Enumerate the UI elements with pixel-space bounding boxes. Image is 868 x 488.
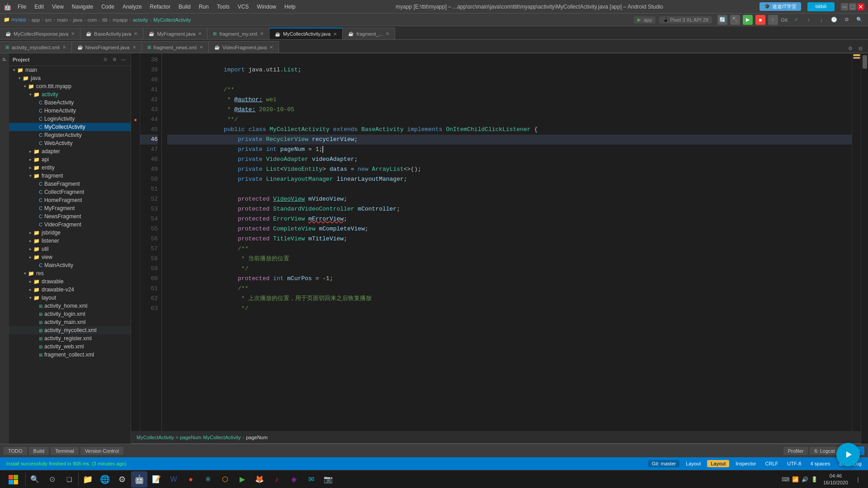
tab-baseactivity[interactable]: ☕ BaseActivity.java ✕ bbox=[80, 28, 143, 39]
minimize-button[interactable]: ─ bbox=[841, 3, 848, 10]
tab-myfragment[interactable]: ☕ MyFragment.java ✕ bbox=[143, 28, 208, 39]
menu-tools[interactable]: Tools bbox=[213, 2, 233, 12]
device-selector[interactable]: 📱 Pixel 3 XL API 29 bbox=[659, 16, 712, 23]
tree-drawable[interactable]: ▸ 📁 drawable bbox=[9, 277, 131, 286]
code-editor[interactable]: import java.util.List; /** * @author: we… bbox=[162, 53, 852, 431]
menu-view[interactable]: View bbox=[48, 2, 67, 12]
taskbar-network-icon[interactable]: 📶 bbox=[792, 476, 799, 483]
tree-activity-home-xml[interactable]: ⊞ activity_home.xml bbox=[9, 302, 131, 310]
taskbar-app6[interactable]: ♪ bbox=[269, 471, 285, 488]
bc-mycollectactivity-class[interactable]: MyCollectActivity > pageNum bbox=[137, 435, 201, 440]
close-tab-mycollect[interactable]: ✕ bbox=[333, 32, 337, 37]
bc-src[interactable]: src bbox=[45, 17, 52, 23]
search-button[interactable]: 🔍 bbox=[854, 15, 864, 25]
taskbar-cortana[interactable]: ⊙ bbox=[44, 471, 60, 488]
close-tab-newsfragment[interactable]: ✕ bbox=[132, 45, 136, 50]
bc-main[interactable]: main bbox=[57, 17, 68, 23]
tree-api[interactable]: ▸ 📁 api bbox=[9, 155, 131, 164]
bc-java[interactable]: java bbox=[73, 17, 82, 23]
maximize-button[interactable]: □ bbox=[849, 3, 856, 10]
tree-fragment-collect-xml[interactable]: ⊞ fragment_collect.xml bbox=[9, 351, 131, 359]
tree-listener[interactable]: ▸ 📁 listener bbox=[9, 237, 131, 245]
menu-bar[interactable]: File Edit View Navigate Code Analyze Ref… bbox=[14, 2, 299, 12]
close-tab-fragment-news[interactable]: ✕ bbox=[199, 45, 203, 50]
taskbar-app9[interactable]: 📷 bbox=[320, 471, 336, 488]
tree-java[interactable]: ▾ 📁 java bbox=[9, 74, 131, 82]
taskbar-word[interactable]: W bbox=[165, 471, 182, 488]
taskbar-explorer[interactable]: 📁 bbox=[80, 471, 96, 488]
tree-videofragment-item[interactable]: C VideoFragment bbox=[9, 221, 131, 229]
git-icon[interactable]: ⑂ bbox=[768, 15, 778, 25]
hammer-button[interactable]: 🔨 bbox=[730, 15, 740, 25]
git-pull[interactable]: ↓ bbox=[816, 15, 826, 25]
tree-mycollectactivity[interactable]: C MyCollectActivity bbox=[9, 123, 131, 131]
terminal-tab[interactable]: Terminal bbox=[51, 447, 79, 455]
tree-homefragment[interactable]: C HomeFragment bbox=[9, 196, 131, 204]
taskbar-sys-icons[interactable]: ⌨ 📶 🔊 🔋 bbox=[782, 476, 818, 483]
tree-collectfragment[interactable]: C CollectFragment bbox=[9, 188, 131, 196]
tree-util[interactable]: ▸ 📁 util bbox=[9, 245, 131, 253]
bc-mycollect[interactable]: MyCollectActivity bbox=[153, 17, 191, 23]
menu-navigate[interactable]: Navigate bbox=[68, 2, 97, 12]
tree-basefragment[interactable]: C BaseFragment bbox=[9, 180, 131, 188]
sidebar-minimize-icon[interactable]: — bbox=[120, 56, 127, 63]
sidebar-scope-icon[interactable]: ⊙ bbox=[102, 56, 109, 63]
run-config[interactable]: ▶ app bbox=[634, 16, 656, 23]
tab-newsfragment[interactable]: ☕ NewsFragment.java ✕ bbox=[72, 41, 142, 53]
tab-activity-mycollect-xml[interactable]: ⊞ activity_mycollect.xml ✕ bbox=[0, 41, 72, 53]
tab-fragment-my-xml[interactable]: ⊞ fragment_my.xml ✕ bbox=[208, 28, 269, 39]
tree-res[interactable]: ▾ 📁 res bbox=[9, 269, 131, 277]
taskbar-app3[interactable]: ⬡ bbox=[217, 471, 233, 488]
tree-activity-mycollect-xml-sidebar[interactable]: ⊞ activity_mycollect.xml bbox=[9, 326, 131, 334]
bilibili-float-button[interactable] bbox=[836, 443, 860, 466]
bc-com[interactable]: com bbox=[88, 17, 97, 23]
taskbar-notepad[interactable]: 📝 bbox=[148, 471, 165, 488]
menu-vcs[interactable]: VCS bbox=[234, 2, 253, 12]
tree-fragment[interactable]: ▾ 📁 fragment bbox=[9, 172, 131, 180]
close-tab-activity-mycollect[interactable]: ✕ bbox=[62, 45, 66, 50]
profiler-tab[interactable]: Profiler bbox=[783, 447, 808, 455]
tab-fragment-extra[interactable]: ☕ fragment_... ✕ bbox=[343, 28, 395, 39]
tree-baseactivity[interactable]: C BaseActivity bbox=[9, 99, 131, 107]
bc-app[interactable]: app bbox=[32, 17, 40, 23]
tree-drawable-v24[interactable]: ▸ 📁 drawable-v24 bbox=[9, 286, 131, 294]
show-desktop-button[interactable]: | bbox=[854, 475, 863, 484]
tab-mycollectactivity[interactable]: ☕ MyCollectActivity.java ✕ bbox=[269, 28, 343, 39]
menu-code[interactable]: Code bbox=[98, 2, 118, 12]
layout-badge[interactable]: Layout bbox=[707, 460, 729, 467]
close-tab-mycollectresponse[interactable]: ✕ bbox=[71, 31, 75, 36]
git-check[interactable]: ✓ bbox=[791, 15, 801, 25]
taskbar-app2[interactable]: ⚛ bbox=[200, 471, 216, 488]
close-tab-videofragment[interactable]: ✕ bbox=[269, 45, 273, 50]
tree-activity-main-xml[interactable]: ⊞ activity_main.xml bbox=[9, 318, 131, 326]
tree-layout[interactable]: ▾ 📁 layout bbox=[9, 294, 131, 302]
start-button[interactable] bbox=[2, 471, 24, 488]
settings-button[interactable]: ⚙ bbox=[842, 15, 852, 25]
close-tab-myfragment[interactable]: ✕ bbox=[198, 31, 202, 36]
tree-adapter[interactable]: ▸ 📁 adapter bbox=[9, 147, 131, 155]
git-push[interactable]: ↑ bbox=[804, 15, 814, 25]
taskbar-app5[interactable]: 🦊 bbox=[251, 471, 268, 488]
taskbar-app4[interactable]: ▶ bbox=[234, 471, 250, 488]
tree-main[interactable]: ▾ 📁 main bbox=[9, 66, 131, 74]
taskbar-volume-icon[interactable]: 🔊 bbox=[802, 476, 808, 483]
taskbar-search[interactable]: 🔍 bbox=[27, 471, 43, 488]
encoding-status[interactable]: UTF-8 bbox=[784, 460, 804, 467]
layout-status[interactable]: Layout bbox=[683, 460, 703, 467]
bc-code-class[interactable]: MyCollectActivity bbox=[203, 435, 241, 440]
stop-button[interactable]: ■ bbox=[755, 15, 765, 25]
tree-myfragment-item[interactable]: C MyFragment bbox=[9, 204, 131, 212]
tree-activity-register-xml[interactable]: ⊞ activity_register.xml bbox=[9, 334, 131, 343]
menu-window[interactable]: Window bbox=[253, 2, 280, 12]
project-icon[interactable]: P bbox=[0, 55, 9, 63]
taskbar-app8[interactable]: ✉ bbox=[303, 471, 319, 488]
close-button[interactable]: ✕ bbox=[857, 3, 864, 10]
run-button[interactable]: ▶ bbox=[743, 15, 753, 25]
project-breadcrumb[interactable]: 📁 myapp bbox=[4, 17, 26, 23]
git-history[interactable]: 🕐 bbox=[829, 15, 839, 25]
tree-webactivity[interactable]: C WebActivity bbox=[9, 139, 131, 147]
tab-fragment-news-xml[interactable]: ⊞ fragment_news.xml ✕ bbox=[142, 41, 209, 53]
git-branch-status[interactable]: Git: master bbox=[648, 460, 679, 467]
editor-collapse-icon[interactable]: ⊟ bbox=[856, 44, 864, 52]
indent-status[interactable]: 4 spaces bbox=[807, 460, 833, 467]
